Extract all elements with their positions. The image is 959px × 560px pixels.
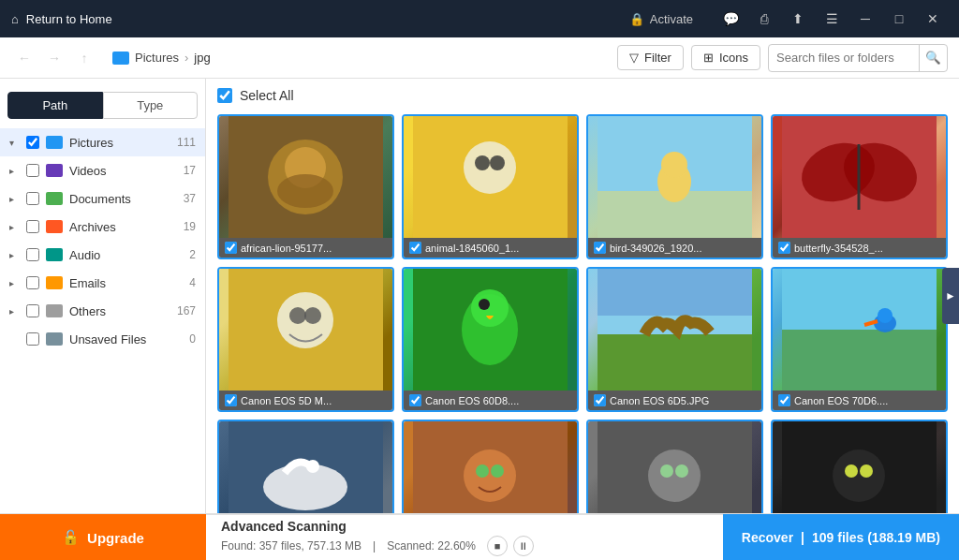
collapse-panel-button[interactable]: ► [942, 268, 959, 324]
svg-point-44 [845, 464, 858, 478]
breadcrumb-folder-label[interactable]: Pictures [135, 51, 179, 65]
photo-item-parrot[interactable]: Canon EOS 60D8.... [402, 267, 579, 412]
emails-checkbox[interactable] [26, 276, 39, 289]
photo-item-owl2[interactable]: Canon EOS 5D M... [217, 267, 394, 412]
pictures-folder-icon [45, 135, 64, 150]
audio-checkbox[interactable] [26, 248, 39, 261]
svg-rect-26 [598, 269, 752, 316]
sidebar-item-archives[interactable]: ▸ Archives 19 [0, 213, 205, 241]
documents-checkbox[interactable] [26, 192, 39, 205]
recover-button[interactable]: Recover | 109 files (188.19 MB) [723, 514, 959, 560]
search-button[interactable]: 🔍 [919, 44, 947, 72]
filter-icon: ▽ [629, 51, 639, 65]
sidebar-item-videos[interactable]: ▸ Videos 17 [0, 156, 205, 184]
svg-point-6 [475, 155, 490, 170]
close-button[interactable]: ✕ [918, 4, 948, 34]
photo-label-owl: animal-1845060_1... [404, 238, 577, 258]
photo-filename-owl2: Canon EOS 5D M... [241, 395, 332, 406]
photo-checkbox-horses[interactable] [594, 394, 606, 406]
home-icon: ⌂ [11, 12, 19, 26]
stop-scan-button[interactable]: ■ [487, 536, 508, 556]
svg-point-45 [860, 464, 873, 478]
others-checkbox[interactable] [26, 304, 39, 317]
sidebar-item-pictures[interactable]: ▾ Pictures 111 [0, 128, 205, 156]
filter-button[interactable]: ▽ Filter [617, 45, 684, 70]
photo-filename-owl: animal-1845060_1... [425, 243, 519, 254]
forward-button[interactable]: → [41, 45, 67, 71]
svg-point-5 [464, 141, 516, 194]
emails-label: Emails [69, 276, 184, 290]
archives-checkbox[interactable] [26, 220, 39, 233]
photo-item-butterfly[interactable]: butterfly-354528_... [771, 114, 948, 259]
share-icon-btn[interactable]: ⎙ [749, 4, 779, 34]
photo-item-kingfisher[interactable]: Canon EOS 70D6.... [771, 267, 948, 412]
photo-checkbox-butterfly[interactable] [778, 242, 790, 254]
tab-path[interactable]: Path [7, 92, 103, 119]
info-icon-btn[interactable]: ⬆ [783, 4, 813, 34]
title-bar-left: ⌂ Return to Home [11, 12, 629, 26]
scan-info: Advanced Scanning Found: 357 files, 757.… [206, 519, 723, 556]
pictures-checkbox[interactable] [26, 136, 39, 149]
photo-thumbnail-lion [219, 116, 392, 238]
svg-rect-25 [598, 334, 752, 391]
photo-item-cat-orange[interactable]: orange cat... [402, 420, 579, 513]
documents-count: 37 [184, 192, 196, 205]
svg-rect-28 [782, 330, 937, 391]
sidebar-item-audio[interactable]: ▸ Audio 2 [0, 241, 205, 269]
photo-checkbox-chick[interactable] [594, 242, 606, 254]
tab-type[interactable]: Type [103, 92, 199, 119]
unsaved-checkbox[interactable] [26, 332, 39, 346]
photo-checkbox-parrot[interactable] [409, 394, 421, 406]
search-input[interactable] [769, 51, 919, 65]
select-all-checkbox[interactable] [217, 88, 232, 103]
photo-item-lion[interactable]: african-lion-95177... [217, 114, 394, 259]
photo-label-horses: Canon EOS 6D5.JPG [588, 391, 761, 410]
photo-filename-chick: bird-349026_1920... [610, 243, 701, 254]
photo-checkbox-owl2[interactable] [225, 394, 237, 406]
home-link[interactable]: Return to Home [26, 12, 112, 26]
upgrade-button[interactable]: 🔓 Upgrade [0, 514, 206, 560]
scan-progress: Scanned: 22.60% [387, 539, 476, 553]
search-box: 🔍 [768, 44, 948, 72]
photo-item-cat-black[interactable]: black cat... [771, 420, 948, 513]
photo-checkbox-kingfisher[interactable] [778, 394, 790, 406]
photo-item-owl[interactable]: animal-1845060_1... [402, 114, 579, 259]
archives-count: 19 [184, 220, 196, 233]
chat-icon-btn[interactable]: 💬 [716, 4, 745, 34]
svg-point-11 [661, 152, 687, 178]
maximize-button[interactable]: □ [884, 4, 914, 34]
photo-checkbox-lion[interactable] [225, 242, 237, 254]
photo-checkbox-owl[interactable] [409, 242, 421, 254]
sidebar-tabs: Path Type [7, 92, 198, 119]
photo-item-swan[interactable]: swan... [217, 420, 394, 513]
up-button[interactable]: ↑ [71, 45, 97, 71]
sidebar-item-emails[interactable]: ▸ Emails 4 [0, 269, 205, 297]
pictures-count: 111 [177, 136, 196, 149]
lock-icon: 🔒 [629, 12, 644, 26]
photo-label-butterfly: butterfly-354528_... [773, 238, 946, 258]
photo-item-cat-grey[interactable]: grey cat... [586, 420, 763, 513]
activate-button[interactable]: 🔒 Activate [629, 12, 693, 26]
videos-checkbox[interactable] [26, 164, 39, 177]
unsaved-count: 0 [189, 332, 196, 346]
pause-scan-button[interactable]: ⏸ [513, 536, 534, 556]
menu-icon-btn[interactable]: ☰ [817, 4, 847, 34]
others-count: 167 [177, 304, 196, 317]
minimize-button[interactable]: ─ [850, 4, 880, 34]
svg-point-43 [833, 449, 885, 502]
photo-thumbnail-swan [219, 421, 392, 513]
svg-point-32 [263, 464, 347, 510]
photo-filename-kingfisher: Canon EOS 70D6.... [794, 395, 888, 406]
sidebar-item-unsaved[interactable]: Unsaved Files 0 [0, 325, 205, 353]
photo-item-horses[interactable]: Canon EOS 6D5.JPG [586, 267, 763, 412]
icons-button[interactable]: ⊞ Icons [691, 45, 760, 70]
photo-label-parrot: Canon EOS 60D8.... [404, 391, 577, 410]
title-bar: ⌂ Return to Home 🔒 Activate 💬 ⎙ ⬆ ☰ ─ □ … [0, 0, 959, 37]
photo-item-chick[interactable]: bird-349026_1920... [586, 114, 763, 259]
svg-point-30 [878, 308, 893, 323]
back-button[interactable]: ← [11, 45, 37, 71]
sidebar-item-others[interactable]: ▸ Others 167 [0, 297, 205, 325]
recover-files: 109 files (188.19 MB) [812, 530, 940, 545]
arrow-right-icon-4: ▸ [9, 250, 21, 260]
sidebar-item-documents[interactable]: ▸ Documents 37 [0, 184, 205, 213]
